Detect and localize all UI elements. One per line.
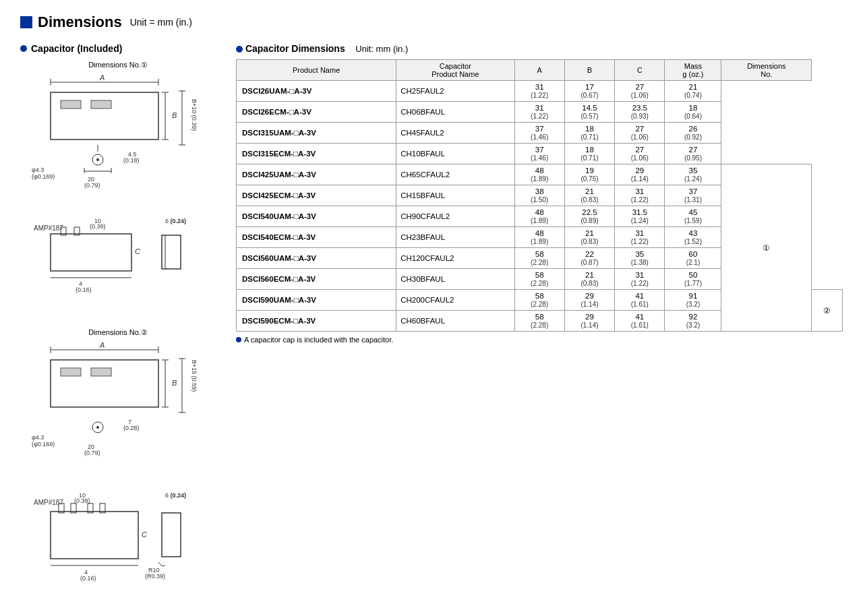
cell-c: 31(1.22)	[615, 269, 665, 290]
section-label: Capacitor (Included)	[31, 43, 122, 54]
dimensions-table: Product Name CapacitorProduct Name A B C…	[236, 59, 843, 332]
cell-c: 29(1.14)	[615, 164, 665, 185]
page-title: Dimensions	[38, 13, 122, 31]
cell-b: 22.5(0.89)	[564, 206, 614, 227]
cell-b: 19(0.75)	[564, 164, 614, 185]
cell-mass: 60(2.1)	[665, 248, 721, 269]
svg-text:(R0.39): (R0.39)	[145, 573, 165, 580]
svg-rect-32	[162, 235, 181, 269]
cell-a: 31(1.22)	[514, 81, 564, 102]
cell-c: 27(1.06)	[615, 123, 665, 144]
svg-text:A: A	[99, 73, 105, 82]
svg-rect-42	[91, 368, 111, 376]
cell-cap-name: CH120CFAUL2	[396, 248, 514, 269]
svg-text:(φ0.169): (φ0.169)	[32, 441, 55, 448]
table-row: DSCI425UAM-□A-3VCH65CFAUL248(1.89)19(0.7…	[237, 164, 843, 185]
svg-rect-40	[51, 360, 158, 407]
cell-product-name: DSCI425ECM-□A-3V	[237, 185, 396, 206]
svg-text:B: B	[172, 379, 177, 387]
cell-b: 14.5(0.57)	[564, 102, 614, 123]
diagram-2-container: B A φ4.3 (φ0.169) 20 (0.79) 7 (0.28)	[20, 340, 216, 474]
cell-cap-name: CH200CFAUL2	[396, 290, 514, 311]
table-header-row: Product Name CapacitorProduct Name A B C…	[237, 60, 843, 81]
unit-label: Unit = mm (in.)	[130, 17, 192, 28]
cell-c: 41(1.61)	[615, 290, 665, 311]
svg-text:(0.16): (0.16)	[76, 286, 92, 293]
svg-text:A: A	[99, 341, 105, 349]
cell-mass: 21(0.74)	[665, 81, 721, 102]
cell-mass: 35(1.24)	[665, 164, 721, 185]
cell-mass: 18(0.64)	[665, 102, 721, 123]
cell-a: 58(2.28)	[514, 269, 564, 290]
cell-b: 21(0.83)	[564, 269, 614, 290]
svg-rect-70	[162, 513, 181, 557]
cell-product-name: DSCI590ECM-□A-3V	[237, 311, 396, 332]
diagram-1-svg: B A φ4.3 (φ0.169) 20 (0.79)	[30, 72, 206, 200]
cell-mass: 26(0.92)	[665, 123, 721, 144]
blue-square-icon	[20, 16, 32, 28]
svg-text:(0.39): (0.39)	[90, 223, 106, 230]
diagram-1-container: Dimensions No.① B A	[20, 61, 216, 200]
right-column: Capacitor Dimensions Unit: mm (in.) Prod…	[236, 43, 843, 616]
col-header-b: B	[564, 60, 614, 81]
col-header-a: A	[514, 60, 564, 81]
svg-text:(0.39): (0.39)	[74, 497, 90, 504]
section-heading-capacitor: Capacitor (Included)	[20, 43, 216, 54]
left-column: Capacitor (Included) Dimensions No.① B	[20, 43, 216, 616]
svg-text:B+15 (0.59): B+15 (0.59)	[191, 360, 198, 392]
cell-a: 58(2.28)	[514, 311, 564, 332]
table-row: DSCI315UAM-□A-3VCH45FAUL237(1.46)18(0.71…	[237, 123, 843, 144]
cell-cap-name: CH25FAUL2	[396, 81, 514, 102]
svg-rect-0	[51, 92, 158, 140]
cell-mass: 50(1.77)	[665, 269, 721, 290]
cap-dim-header: Capacitor Dimensions Unit: mm (in.)	[236, 43, 843, 54]
svg-point-12	[96, 158, 99, 161]
cell-c: 31(1.22)	[615, 227, 665, 248]
diagram-2-svg: B A φ4.3 (φ0.169) 20 (0.79) 7 (0.28)	[30, 340, 206, 474]
cell-product-name: DSCI315UAM-□A-3V	[237, 123, 396, 144]
cell-b: 29(1.14)	[564, 290, 614, 311]
svg-rect-41	[61, 368, 81, 376]
cell-mass: 91(3.2)	[665, 290, 721, 311]
cell-cap-name: CH30BFAUL	[396, 269, 514, 290]
table-row: DSCI26UAM-□A-3VCH25FAUL231(1.22)17(0.67)…	[237, 81, 843, 102]
cell-b: 18(0.71)	[564, 123, 614, 144]
cell-dim-no: ①	[721, 164, 812, 332]
svg-text:6 (0.24): 6 (0.24)	[165, 218, 186, 224]
cell-c: 23.5(0.93)	[615, 102, 665, 123]
dim2-label: Dimensions No.②	[20, 328, 216, 337]
col-header-mass: Massg (oz.)	[665, 60, 721, 81]
svg-text:φ4.3: φ4.3	[32, 434, 44, 441]
cell-product-name: DSCI26UAM-□A-3V	[237, 81, 396, 102]
cell-b: 22(0.87)	[564, 248, 614, 269]
svg-rect-1	[61, 100, 81, 109]
cell-b: 21(0.83)	[564, 185, 614, 206]
svg-text:AMP#187: AMP#187	[34, 499, 63, 506]
cell-product-name: DSCI560ECM-□A-3V	[237, 269, 396, 290]
cell-mass: 37(1.31)	[665, 185, 721, 206]
cell-a: 58(2.28)	[514, 290, 564, 311]
svg-text:B: B	[172, 111, 177, 119]
diagram-2b-container: AMP#187 C R10 (R0.39) 10 (0.39)	[20, 488, 216, 603]
cell-a: 48(1.89)	[514, 164, 564, 185]
cell-a: 48(1.89)	[514, 206, 564, 227]
cell-a: 58(2.28)	[514, 248, 564, 269]
cell-product-name: DSCI315ECM-□A-3V	[237, 144, 396, 164]
cell-b: 21(0.83)	[564, 227, 614, 248]
svg-rect-64	[51, 512, 138, 559]
cell-dim-no: ②	[812, 290, 843, 332]
col-header-product-name: Product Name	[237, 60, 396, 81]
svg-text:C: C	[135, 247, 140, 255]
bullet-icon	[20, 45, 27, 52]
cell-a: 31(1.22)	[514, 102, 564, 123]
svg-text:(0.79): (0.79)	[84, 450, 100, 456]
cell-mass: 45(1.59)	[665, 206, 721, 227]
svg-rect-2	[91, 100, 111, 109]
main-layout: Capacitor (Included) Dimensions No.① B	[20, 43, 843, 616]
cap-unit-label: Unit: mm (in.)	[355, 44, 408, 54]
svg-rect-28	[51, 234, 131, 271]
bullet-icon-2	[236, 46, 243, 53]
note-text: A capacitor cap is included with the cap…	[244, 336, 393, 344]
page-header: Dimensions Unit = mm (in.)	[20, 13, 192, 31]
cell-c: 35(1.38)	[615, 248, 665, 269]
